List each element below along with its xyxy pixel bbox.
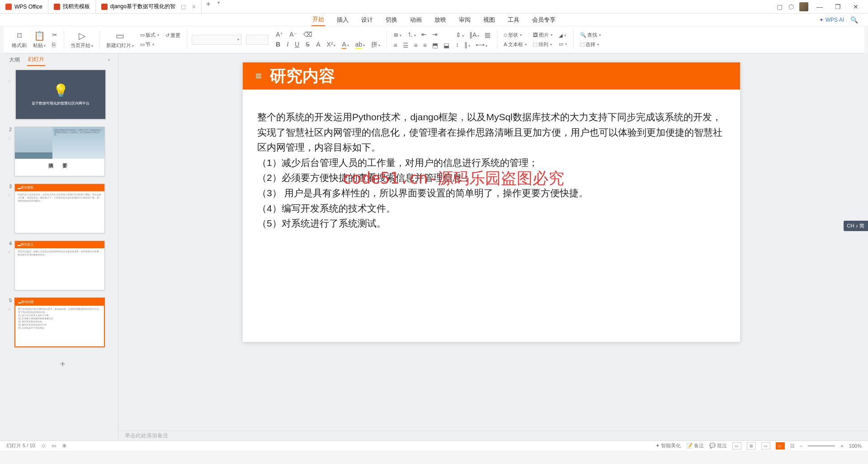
font-family-combo[interactable]: ▾ [192,35,241,45]
find-button[interactable]: 🔍 查找▾ [578,31,603,39]
slide-canvas[interactable]: ≡ 研究内容 整个的系统的开发运用Python技术，django框架，以及MyS… [243,62,740,342]
user-avatar[interactable] [799,2,808,11]
slide-line-1[interactable]: （1）减少后台管理人员的工作量，对用户的信息进行系统的管理； [257,155,726,170]
spacing-icon[interactable]: ↕ [454,40,461,49]
zoom-fit-icon[interactable]: ⊡ [790,443,794,449]
status-icon[interactable]: ◇ [42,443,45,449]
window-layout-icon[interactable]: ▢ [776,3,783,10]
notes-pane[interactable]: 单击此处添加备注 [118,431,868,440]
menu-view[interactable]: 视图 [482,14,496,26]
star-icon[interactable]: ☆ [7,136,11,141]
valign-mid-icon[interactable]: ⬓ [442,41,451,50]
search-icon[interactable]: 🔍 [849,16,860,24]
slide-thumb-3[interactable]: 3 ☆ ▬ 研究背景 中国已步入信息化社会，信息化生活方式已经深入到我们生活的各… [7,184,118,233]
phonetic-icon[interactable]: 拼▾ [369,40,382,50]
cube-icon[interactable]: ⬡ [788,3,795,10]
save-icon[interactable]: 🖫 [38,16,47,24]
slide-title[interactable]: 研究内容 [270,65,335,87]
view-normal-icon[interactable]: ▭ [732,442,741,450]
shrink-font-icon[interactable]: A⁻ [288,30,298,39]
underline-icon[interactable]: U [293,40,301,50]
line-height-icon[interactable]: ‖▾ [462,40,472,49]
menu-review[interactable]: 审阅 [458,14,472,26]
star-icon[interactable]: ☆ [7,193,11,198]
shadow-icon[interactable]: A [314,40,322,50]
view-slideshow-icon[interactable]: ▷ [776,442,785,450]
minimize-button[interactable]: — [813,3,826,10]
menu-transition[interactable]: 切换 [385,14,398,26]
zoom-out-icon[interactable]: − [800,443,802,449]
bullets-icon[interactable]: ≣▾ [392,30,403,40]
new-slide-button[interactable]: ▭新建幻灯片▾ [104,30,136,49]
text-dir-icon[interactable]: ‖A▾ [467,30,481,39]
align-right-icon[interactable]: ≡ [412,41,420,50]
slide-line-4[interactable]: （4）编写开发系统的技术文件。 [257,201,726,216]
slide-thumb-2[interactable]: 2 ☆ 随着互联网技术的飞速发展，智慧社区作为一种新型的社区管理模式逐渐走入人们… [7,127,118,176]
hamburger-icon[interactable]: ≡ [5,16,9,24]
zoom-slider[interactable] [808,445,835,447]
app-tab-document[interactable]: django基于数据可视化的智 ▢ × [96,0,202,13]
align-justify-icon[interactable]: ≡ [421,41,429,50]
menu-design[interactable]: 设计 [360,14,374,26]
comments-toggle[interactable]: 💬 批注 [709,442,727,449]
menu-insert[interactable]: 插入 [336,14,349,26]
print-icon[interactable]: 🖶 [61,16,71,24]
present-icon[interactable]: ▢ [181,4,186,10]
view-sorter-icon[interactable]: ⊞ [747,442,756,450]
superscript-icon[interactable]: X²▾ [325,40,337,50]
zoom-level[interactable]: 100% [849,443,862,449]
paste-button[interactable]: 📋粘贴▾ [31,30,47,49]
grow-font-icon[interactable]: A⁺ [274,30,285,39]
indent-inc-icon[interactable]: ⇥ [430,30,439,40]
align-left-icon[interactable]: ≡ [392,41,399,50]
new-tab-dropdown-icon[interactable]: ▾ [215,0,222,13]
menu-start[interactable]: 开始 [311,14,325,26]
line-spacing-icon[interactable]: ⇕▾ [454,30,466,39]
cut-icon[interactable]: ✂ [50,30,59,39]
file-menu[interactable]: 文件 [12,15,28,24]
status-icon[interactable]: ⊕ [62,443,66,449]
collapse-panel-icon[interactable]: ‹ [108,57,110,63]
outline-button[interactable]: ▭▾ [557,40,569,48]
app-tab-wps[interactable]: WPS Office [0,0,48,13]
slide-line-2[interactable]: （2）必须要方便快捷的查看搜索信息并管理信息； [257,170,726,185]
print-preview-icon[interactable]: ⎙ [73,16,80,24]
menu-slideshow[interactable]: 放映 [434,14,447,26]
font-size-combo[interactable] [246,35,269,45]
layout-button[interactable]: ▭ 版式▾ [138,31,161,39]
font-color-icon[interactable]: A▾ [340,40,350,50]
textbox-button[interactable]: A 文本框▾ [502,40,528,49]
section-button[interactable]: ▭ 节▾ [138,40,161,49]
menu-tools[interactable]: 工具 [507,14,520,26]
star-icon[interactable]: ☆ [7,79,11,84]
image-button[interactable]: 🖼 图片▾ [531,31,554,39]
arrange-button[interactable]: ⬚ 排列▾ [531,40,554,49]
app-tab-template[interactable]: 找稻壳模板 [48,0,96,13]
beautify-button[interactable]: ✦ 智能美化 [656,442,681,449]
close-window-button[interactable]: ✕ [849,3,863,10]
slide-thumb-1[interactable]: ☆ 💡 基于数据可视化的智慧社区内网平台 [7,70,118,119]
strike-icon[interactable]: S̶ [304,40,311,50]
slide-paragraph[interactable]: 整个的系统的开发运用Python技术，django框架，以及MySql数据库技术… [257,109,726,155]
numbering-icon[interactable]: ⒈▾ [405,30,418,40]
notes-toggle[interactable]: 📝 备注 [686,442,704,449]
ime-tab[interactable]: CH ♪ 简 [844,221,868,231]
italic-icon[interactable]: I [285,40,290,50]
align-center-icon[interactable]: ☰ [401,41,410,50]
zoom-in-icon[interactable]: + [840,443,843,449]
slide-line-3[interactable]: （3） 用户是具有多样性的，所以界面要设置的简单明了，操作更要方便快捷。 [257,185,726,201]
slide-thumb-4[interactable]: 4 ☆ ▬ 研究意义 智慧社区建设，能够让社区群众切身感受到信息化建设的成果，提… [7,241,118,290]
maximize-button[interactable]: ❐ [831,3,844,10]
wps-ai-button[interactable]: ✦WPS AI [819,17,844,23]
shape-button[interactable]: ◇ 形状▾ [502,31,528,39]
add-slide-button[interactable]: + [7,355,118,374]
bold-icon[interactable]: B [274,40,282,50]
clear-format-icon[interactable]: ⌫ [302,30,314,39]
star-icon[interactable]: ☆ [7,307,11,312]
indent-dec-icon[interactable]: ⇤ [420,30,429,40]
format-painter-button[interactable]: ⌑格式刷 [10,30,28,49]
char-spacing-icon[interactable]: ⟷▾ [474,40,489,49]
redo-icon[interactable]: ↷ [98,16,107,24]
reset-button[interactable]: ↺ 重置 [164,31,182,40]
undo-dropdown-icon[interactable]: ▾ [93,18,96,22]
